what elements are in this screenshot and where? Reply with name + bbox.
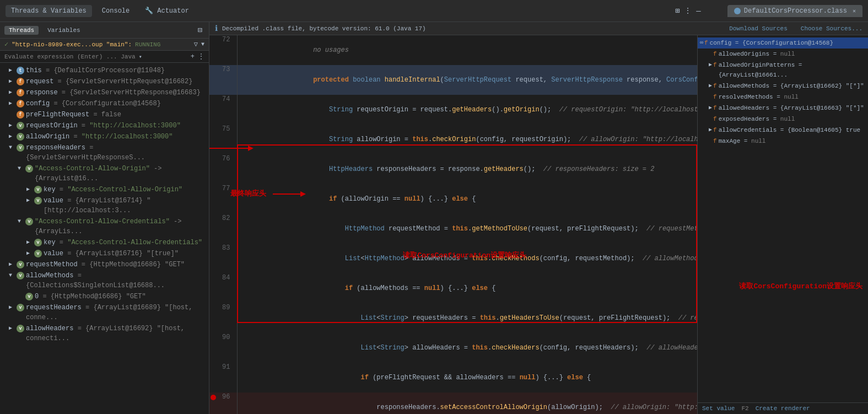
right-var-allowcredentials[interactable]: ▶ f allowCredentials = {Boolean@14605} t… [698, 125, 868, 136]
right-var-config-header[interactable]: ∞ f config = {CorsConfiguration@14568} [698, 37, 868, 49]
tab-threads-variables[interactable]: Threads & Variables [6, 5, 92, 17]
ah-label: allowedHeaders = {ArrayList@16663} "[*]" [719, 103, 864, 113]
eval-add-icon[interactable]: + [191, 53, 195, 61]
expand-am[interactable]: ▶ [709, 81, 712, 91]
code-table: 72 no usages 73 protected boolean handle… [209, 35, 697, 414]
var-acao-key[interactable]: ▶ v key = "Access-Control-Allow-Origin" [0, 184, 209, 195]
variables-tab-btn[interactable]: Variables [43, 26, 84, 35]
expand-requestmethod[interactable]: ▶ [9, 260, 17, 270]
set-value-button[interactable]: Set value [702, 405, 735, 412]
expand-allowheaders[interactable]: ▶ [9, 324, 17, 334]
expand-allowmethods[interactable]: ▼ [9, 271, 17, 281]
expand-allowmethods-0[interactable]: ▶ [18, 292, 25, 302]
var-this[interactable]: ▶ t this = {DefaultCorsProcessor@11048} [0, 65, 209, 76]
filter-icon[interactable]: ▽ [194, 40, 198, 49]
expand-preflight[interactable]: ▶ [9, 110, 17, 120]
arrow-svg-1 [209, 140, 254, 157]
var-requestorigin[interactable]: ▶ v requestOrigin = "http://localhost:30… [0, 120, 209, 131]
var-acac[interactable]: ▼ v "Access-Control-Allow-Credentials" -… [0, 216, 209, 237]
var-acac-value[interactable]: ▶ v value = {ArrayList@16716} "[true]" [0, 248, 209, 259]
var-allowmethods-0[interactable]: ▶ v 0 = {HttpMethod@16686} "GET" [0, 291, 209, 302]
code-content-96: responseHeaders.setAccessControlAllowOri… [237, 393, 697, 414]
right-var-exposedheaders[interactable]: ▶ f exposedHeaders = null [698, 114, 868, 125]
annotation-label-2: 读取CorsConfiguration设置响应头 [403, 251, 526, 260]
code-content-73: protected boolean handleInternal(ServerH… [237, 65, 697, 95]
close-tab-button[interactable]: ✕ [853, 8, 856, 14]
expand-this[interactable]: ▶ [9, 66, 17, 76]
var-config[interactable]: ▶ f config = {CorsConfiguration@14568} [0, 98, 209, 109]
expand-ac[interactable]: ▶ [709, 125, 712, 135]
expand-alloworigin[interactable]: ▶ [9, 132, 17, 142]
expand-acac-key[interactable]: ▶ [26, 238, 34, 248]
var-acao[interactable]: ▼ v "Access-Control-Allow-Origin" -> {Ar… [0, 163, 209, 184]
code-content-91: if (preFlightRequest && allowHeaders == … [237, 363, 697, 393]
tab-actuator[interactable]: 🔧 Actuator [139, 4, 195, 17]
var-requestheaders[interactable]: ▶ v requestHeaders = {ArrayList@16689} "… [0, 302, 209, 323]
ma-label: maxAge = null [719, 136, 766, 146]
dropdown-arrow[interactable]: ▼ [201, 41, 204, 47]
line-num-74: 74 [209, 95, 237, 125]
var-request[interactable]: ▶ f request = {ServletServerHttpRequest@… [0, 76, 209, 87]
code-editor[interactable]: 72 no usages 73 protected boolean handle… [209, 35, 697, 414]
expand-icon[interactable]: ⊞ [675, 6, 680, 15]
layout-icon[interactable]: ⊟ [196, 24, 204, 36]
line-num-91: 91 [209, 363, 237, 393]
expand-response[interactable]: ▶ [9, 88, 17, 98]
expand-requestheaders[interactable]: ▶ [9, 303, 17, 313]
var-acac-key[interactable]: ▶ v key = "Access-Control-Allow-Credenti… [0, 237, 209, 248]
editor-tab-file[interactable]: DefaultCorsProcessor.class ✕ [727, 5, 862, 17]
line-num-77: 77 [209, 184, 237, 214]
file-icon [734, 8, 741, 14]
threads-tab-btn[interactable]: Threads [4, 26, 39, 35]
tab-console[interactable]: Console [96, 5, 135, 17]
annotation-read-cors: 读取CorsConfiguration设置响应头 [403, 250, 526, 260]
expand-acao-key[interactable]: ▶ [26, 185, 34, 195]
acac-key-icon: v [34, 239, 42, 246]
expand-ah[interactable]: ▶ [709, 103, 712, 113]
expand-acac-value[interactable]: ▶ [26, 249, 34, 259]
requestheaders-icon: v [17, 304, 24, 311]
var-preflight[interactable]: ▶ f preFlightRequest = false [0, 109, 209, 120]
var-alloworigin[interactable]: ▶ v allowOrigin = "http://localhost:3000… [0, 131, 209, 142]
var-allowheaders[interactable]: ▶ v allowHeaders = {ArrayList@16692} "[h… [0, 323, 209, 344]
right-var-resolvedmethods[interactable]: ▶ f resolvedMethods = null [698, 92, 868, 103]
line-76: 76 HttpHeaders responseHeaders = respons… [209, 154, 697, 184]
acao-key-icon: v [34, 186, 42, 193]
expand-acao[interactable]: ▼ [18, 164, 25, 174]
line-num-72: 72 [209, 35, 237, 65]
choose-sources-button[interactable]: Choose Sources... [801, 25, 862, 32]
expand-requestorigin[interactable]: ▶ [9, 121, 17, 131]
download-sources-button[interactable]: Download Sources [729, 25, 788, 32]
more-icon[interactable]: ⋮ [684, 6, 692, 15]
right-var-allowedheaders[interactable]: ▶ f allowedHeaders = {ArrayList@16663} "… [698, 103, 868, 114]
expand-aop[interactable]: ▶ [709, 60, 712, 70]
expand-acac[interactable]: ▼ [18, 217, 25, 227]
right-var-allowedmethods[interactable]: ▶ f allowedMethods = {ArrayList@16662} "… [698, 80, 868, 92]
expand-acao-value[interactable]: ▶ [26, 196, 34, 206]
acao-value-icon: v [34, 197, 42, 205]
response-icon: f [17, 89, 24, 96]
create-renderer-button[interactable]: Create renderer [756, 405, 810, 412]
var-allowmethods[interactable]: ▼ v allowMethods = {Collections$Singleto… [0, 270, 209, 291]
line-num-96: 96 [209, 393, 237, 414]
right-var-maxage[interactable]: ▶ f maxAge = null [698, 136, 868, 147]
expand-request[interactable]: ▶ [9, 77, 17, 87]
responseheaders-icon: v [17, 144, 24, 152]
var-requestmethod[interactable]: ▶ v requestMethod = {HttpMethod@16686} "… [0, 259, 209, 270]
var-acao-value[interactable]: ▶ v value = {ArrayList@16714} "[http://l… [0, 195, 209, 216]
ah-field-icon: f [713, 103, 717, 113]
check-icon: ✓ [4, 40, 8, 49]
line-96: 96 responseHeaders.setAccessControlAllow… [209, 393, 697, 414]
minimize-icon[interactable]: — [696, 7, 700, 15]
rm-field-icon: f [713, 92, 717, 102]
right-var-allowedorigins[interactable]: ▶ f allowedOrigins = null [698, 49, 868, 60]
line-72: 72 no usages [209, 35, 697, 65]
expand-config[interactable]: ▶ [9, 99, 17, 109]
var-response[interactable]: ▶ f response = {ServletServerHttpRespons… [0, 87, 209, 98]
eval-more-icon[interactable]: ⋮ [198, 52, 204, 61]
var-responseheaders[interactable]: ▼ v responseHeaders = {ServletServerHttp… [0, 142, 209, 163]
expand-responseheaders[interactable]: ▼ [9, 143, 17, 153]
main-layout: Threads Variables ⊟ ✓ "http-nio-8989-exe… [0, 22, 868, 414]
requestmethod-icon: v [17, 261, 24, 268]
right-var-allowedoriginpatterns[interactable]: ▶ f allowedOriginPatterns = {ArrayList@1… [698, 60, 868, 80]
